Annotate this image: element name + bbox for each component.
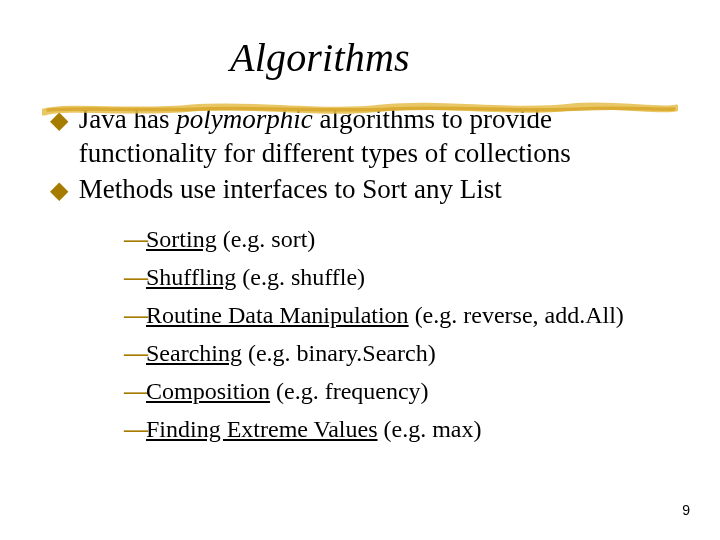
dash-bullet-icon: — xyxy=(124,259,146,295)
text-fragment: (e.g. reverse, add.All) xyxy=(409,302,624,328)
dash-bullet-icon: — xyxy=(124,335,146,371)
link-text[interactable]: Routine Data Manipulation xyxy=(146,302,409,328)
sub-bullet-point: —Searching (e.g. binary.Search) xyxy=(124,335,690,371)
dash-bullet-icon: — xyxy=(124,221,146,257)
slide-body: ◆ Java has polymorphic algorithms to pro… xyxy=(0,81,720,447)
link-text[interactable]: Composition xyxy=(146,378,270,404)
text-fragment: (e.g. frequency) xyxy=(270,378,429,404)
text-fragment: (e.g. max) xyxy=(378,416,482,442)
text-fragment: (e.g. sort) xyxy=(217,226,316,252)
sub-bullet-point: —Composition (e.g. frequency) xyxy=(124,373,690,409)
text-fragment: (e.g. shuffle) xyxy=(236,264,365,290)
slide-title: Algorithms xyxy=(0,0,720,81)
slide: Algorithms ◆ Java has polymorphic algori… xyxy=(0,0,720,540)
sub-bullet-point: —Shuffling (e.g. shuffle) xyxy=(124,259,690,295)
sub-bullet-point: —Routine Data Manipulation (e.g. reverse… xyxy=(124,297,690,333)
dash-bullet-icon: — xyxy=(124,297,146,333)
link-text[interactable]: Sorting xyxy=(146,226,217,252)
diamond-bullet-icon: ◆ xyxy=(50,173,72,207)
link-text[interactable]: Searching xyxy=(146,340,242,366)
bullet-point: ◆ Methods use interfaces to Sort any Lis… xyxy=(50,173,690,207)
text-fragment: (e.g. binary.Search) xyxy=(242,340,436,366)
sub-bullet-list: —Sorting (e.g. sort) —Shuffling (e.g. sh… xyxy=(50,221,690,447)
sub-bullet-point: —Finding Extreme Values (e.g. max) xyxy=(124,411,690,447)
link-text[interactable]: Shuffling xyxy=(146,264,236,290)
dash-bullet-icon: — xyxy=(124,373,146,409)
text-fragment: Methods use interfaces to Sort any List xyxy=(79,174,502,204)
title-underline-decoration xyxy=(42,100,678,118)
sub-bullet-point: —Sorting (e.g. sort) xyxy=(124,221,690,257)
bullet-text: Methods use interfaces to Sort any List xyxy=(79,173,502,207)
link-text[interactable]: Finding Extreme Values xyxy=(146,416,378,442)
dash-bullet-icon: — xyxy=(124,411,146,447)
page-number: 9 xyxy=(682,502,690,518)
